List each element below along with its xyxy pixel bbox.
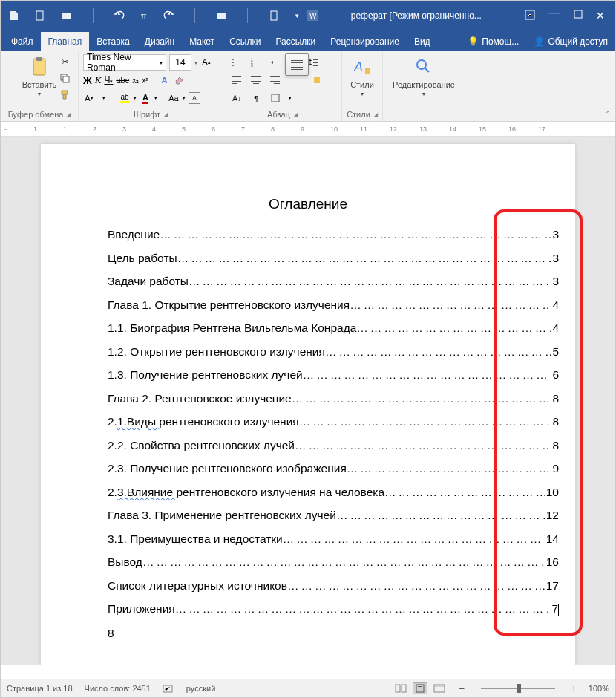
tab-рецензирование[interactable]: Рецензирование — [323, 32, 407, 51]
page[interactable]: Оглавление Введение………………………………………………………… — [41, 144, 575, 665]
proofing-icon[interactable] — [163, 683, 174, 694]
char-border-icon[interactable]: A — [189, 92, 200, 104]
shrink-font-icon[interactable]: A▾ — [83, 92, 95, 104]
pi-icon[interactable]: π — [141, 10, 147, 22]
zoom-slider[interactable] — [481, 688, 555, 689]
numbering-icon[interactable]: 123 — [250, 56, 262, 68]
help-button[interactable]: 💡Помощ... — [460, 32, 526, 51]
align-right-icon[interactable] — [269, 74, 281, 86]
language-status[interactable]: русский — [186, 684, 215, 693]
share-button[interactable]: 👤Общий доступ — [526, 32, 615, 51]
redo-icon[interactable] — [163, 10, 174, 21]
grow-font-icon[interactable]: A▴ — [200, 56, 212, 68]
color-dropdown-icon[interactable]: ▾ — [154, 95, 157, 101]
toc-entry[interactable]: Вывод……………………………………………………………………………………………… — [41, 556, 575, 568]
format-painter-icon[interactable] — [59, 88, 71, 100]
toc-entry[interactable]: 1.2. Открытие рентгеновского излучения …… — [41, 346, 575, 358]
web-layout-icon[interactable] — [432, 682, 447, 694]
folder-icon[interactable] — [216, 10, 226, 21]
case-dropdown-icon[interactable]: ▾ — [183, 95, 186, 101]
toc-entry[interactable]: Задачи работы………………………………………………………………………… — [41, 275, 575, 287]
font-size-combo[interactable]: 14 — [169, 54, 191, 71]
dialog-launcher-icon[interactable]: ◢ — [293, 111, 298, 118]
styles-button[interactable]: A Стили ▾ — [347, 53, 378, 99]
toc-entry[interactable]: Введение……………………………………………………………………………………… — [41, 229, 575, 241]
toc-entry[interactable]: 3.1. Преимущества и недостатки…………………………… — [41, 533, 575, 545]
page-icon[interactable] — [269, 10, 279, 21]
cut-icon[interactable]: ✂ — [59, 56, 71, 68]
dialog-launcher-icon[interactable]: ◢ — [373, 111, 378, 118]
pilcrow-icon[interactable]: ¶ — [250, 92, 262, 104]
toc-entry[interactable]: Глава 1. Открытие рентгеновского излучен… — [41, 299, 575, 311]
size-dropdown-icon[interactable]: ▾ — [194, 59, 197, 66]
bullets-icon[interactable] — [231, 56, 243, 68]
line-spacing-icon[interactable] — [308, 56, 320, 68]
bold-button[interactable]: Ж — [83, 75, 92, 86]
text-effects-icon[interactable]: A — [158, 74, 170, 86]
eraser-icon[interactable] — [173, 74, 185, 86]
superscript-button[interactable]: x² — [142, 76, 148, 85]
page-status[interactable]: Страница 1 из 18 — [7, 684, 73, 693]
zoom-level[interactable]: 100% — [589, 684, 609, 693]
zoom-in-icon[interactable]: + — [571, 683, 577, 694]
document-area[interactable]: Оглавление Введение………………………………………………………… — [1, 137, 615, 665]
toc-entry[interactable]: 2.3. Получение рентгеновского изображени… — [41, 463, 575, 474]
print-layout-icon[interactable] — [413, 682, 427, 694]
tab-дизайн[interactable]: Дизайн — [137, 32, 182, 51]
shading-icon[interactable] — [311, 74, 323, 86]
toc-entry[interactable]: 1.3. Получение рентгеновских лучей………………… — [41, 369, 575, 381]
toc-entry[interactable]: Глава 3. Применение рентгеновских лучей…… — [41, 509, 575, 521]
copy-icon[interactable] — [59, 72, 71, 84]
tab-вставка[interactable]: Вставка — [89, 32, 137, 51]
sort-icon[interactable]: A↓ — [231, 92, 243, 104]
save-icon[interactable] — [8, 10, 19, 21]
tab-ссылки[interactable]: Ссылки — [222, 32, 268, 51]
toc-entry[interactable]: Глава 2. Рентгеновское излучение……………………… — [41, 393, 575, 405]
highlight-icon[interactable]: ab — [119, 92, 131, 104]
strike-button[interactable]: abc — [116, 76, 129, 85]
borders-icon[interactable] — [269, 92, 281, 104]
toc-entry[interactable]: 2.2. Свойства рентгеновских лучей…………………… — [41, 440, 575, 451]
open-icon[interactable] — [62, 10, 72, 21]
change-case-icon[interactable]: Aa — [168, 92, 180, 104]
outdent-icon[interactable] — [269, 56, 281, 68]
zoom-out-icon[interactable]: − — [459, 682, 465, 694]
toc-entry[interactable]: Список литературных источников…………………………… — [41, 580, 575, 592]
ruler[interactable]: ⌐ 11234567891011121314151617 — [1, 122, 615, 137]
align-left-icon[interactable] — [231, 74, 243, 86]
borders-dropdown-icon[interactable]: ▾ — [289, 95, 292, 101]
toc-entry[interactable]: 2.3.Влияние рентгеновского излучения на … — [41, 486, 575, 498]
word-count[interactable]: Число слов: 2451 — [85, 684, 151, 693]
subscript-button[interactable]: x₂ — [132, 76, 139, 85]
maximize-icon[interactable] — [574, 10, 583, 22]
tab-вид[interactable]: Вид — [407, 32, 438, 51]
tab-главная[interactable]: Главная — [41, 32, 90, 51]
toc-entry[interactable]: 1.1. Биография Рентгена Вильгельма Конра… — [41, 322, 575, 334]
align-center-icon[interactable] — [250, 74, 262, 86]
tab-рассылки[interactable]: Рассылки — [268, 32, 323, 51]
dialog-launcher-icon[interactable]: ◢ — [163, 111, 168, 118]
font-color-icon[interactable]: A — [140, 92, 151, 104]
tab-selector-icon[interactable]: ⌐ — [4, 125, 7, 133]
read-mode-icon[interactable] — [393, 682, 408, 694]
underline-button[interactable]: Ч▾ — [104, 75, 113, 85]
undo-icon[interactable] — [114, 10, 125, 21]
font-dropdown-icon[interactable]: ▾ — [98, 92, 110, 104]
dialog-launcher-icon[interactable]: ◢ — [66, 111, 71, 118]
toc-entry[interactable]: Приложения………………………………………………………………………………… — [41, 603, 575, 616]
minimize-icon[interactable]: — — [548, 10, 560, 22]
ribbon-options-icon[interactable] — [525, 10, 535, 22]
italic-button[interactable]: К — [95, 74, 102, 86]
tab-файл[interactable]: Файл — [4, 32, 41, 51]
close-icon[interactable]: ✕ — [596, 10, 605, 22]
tab-макет[interactable]: Макет — [182, 32, 222, 51]
qat-dropdown-icon[interactable]: ▾ — [295, 12, 299, 19]
toc-entry[interactable]: 2.1.Виды рентгеновского излучения…………………… — [41, 416, 575, 428]
new-doc-icon[interactable] — [35, 10, 45, 21]
toc-entry[interactable]: Цель работы……………………………………………………………………………… — [41, 252, 575, 264]
highlight-dropdown-icon[interactable]: ▾ — [134, 95, 137, 101]
justify-button-highlighted[interactable] — [285, 53, 309, 76]
font-name-combo[interactable]: Times New Roman▾ — [83, 54, 166, 71]
collapse-ribbon-icon[interactable]: ⌃ — [605, 110, 611, 118]
editing-button[interactable]: Редактирование ▾ — [387, 53, 460, 99]
